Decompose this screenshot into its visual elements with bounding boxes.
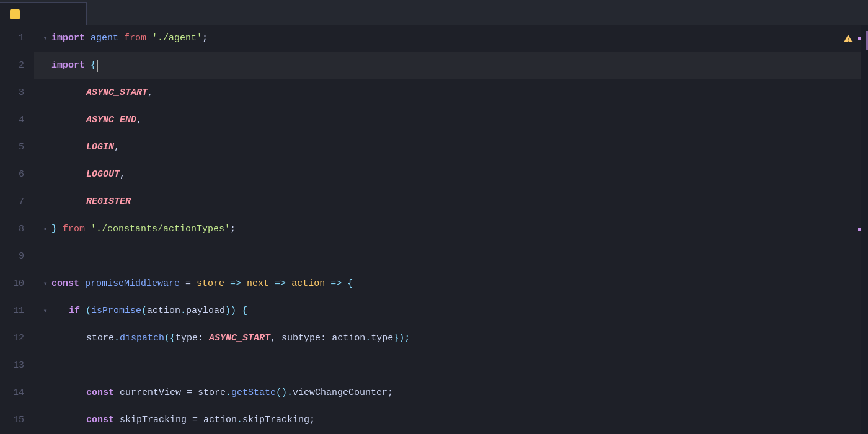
token-kw-import: import — [51, 25, 91, 52]
code-line: REGISTER — [34, 188, 868, 216]
line-number: 10 — [5, 270, 24, 298]
code-line: ▾const promiseMiddleware = store => next… — [34, 270, 868, 298]
token-plain: currentView = store — [120, 379, 226, 407]
token-punctuation: ( — [86, 298, 91, 325]
line-number: 8 — [5, 216, 24, 243]
line-number: 2 — [5, 52, 24, 79]
line-number: 11 — [5, 298, 24, 325]
code-line: LOGOUT, — [34, 161, 868, 188]
token-constant-name: LOGIN — [86, 134, 114, 161]
token-plain: viewChangeCounter; — [293, 379, 393, 407]
token-punctuation: { — [91, 52, 96, 79]
token-constant-name: LOGOUT — [86, 161, 120, 188]
fold-icon[interactable]: ▪ — [39, 216, 51, 243]
token-plain: , — [136, 107, 142, 134]
token-constant-name: ASYNC_START — [86, 79, 148, 107]
line-number: 4 — [5, 107, 24, 134]
scrollbar[interactable] — [861, 25, 868, 434]
token-punctuation: . — [365, 325, 371, 352]
code-line: ASYNC_START, — [34, 79, 868, 107]
token-plain: = — [185, 270, 197, 298]
token-plain: , — [120, 161, 125, 188]
line-number: 14 — [5, 379, 24, 407]
token-plain: skipTracking; — [242, 407, 315, 434]
token-constant-name: ASYNC_END — [86, 107, 136, 134]
token-punctuation: ({ — [164, 325, 175, 352]
token-plain: skipTracking = action — [120, 407, 237, 434]
js-file-icon — [10, 9, 20, 19]
code-line: ▾if (isPromise(action.payload)) { — [34, 298, 868, 325]
token-constant-name: ASYNC_START — [209, 325, 270, 352]
tab-bar — [0, 0, 868, 25]
token-punctuation: ( — [141, 298, 147, 325]
code-line: ASYNC_END, — [34, 107, 868, 134]
line-number: 3 — [5, 79, 24, 107]
editor-area: 123456789101112131415 ▾import agent from… — [0, 25, 868, 434]
token-plain: , subtype: action — [270, 325, 365, 352]
app-window: 123456789101112131415 ▾import agent from… — [0, 0, 868, 434]
token-punctuation: } — [51, 216, 63, 243]
fold-icon[interactable]: ▾ — [39, 25, 51, 52]
code-line: ▪} from './constants/actionTypes'; — [34, 216, 868, 243]
token-plain: ; — [202, 25, 208, 52]
scrollbar-thumb — [866, 31, 868, 50]
code-line: LOGIN, — [34, 134, 868, 161]
token-func-name: agent — [91, 25, 124, 52]
text-cursor — [97, 60, 98, 72]
active-tab[interactable] — [0, 2, 87, 25]
token-kw-const: const — [86, 407, 120, 434]
code-line — [34, 243, 868, 270]
token-plain: , — [114, 134, 120, 161]
token-kw-import: import — [51, 52, 91, 79]
token-punctuation: { — [347, 270, 353, 298]
token-string: './agent' — [152, 25, 202, 52]
token-plain: type: — [175, 325, 209, 352]
token-plain: store — [86, 325, 114, 352]
token-constant-name: REGISTER — [86, 188, 131, 216]
token-arrow: => — [330, 270, 347, 298]
line-number: 12 — [5, 325, 24, 352]
token-kw-from: from — [124, 25, 152, 52]
warning-area: ! — [843, 25, 858, 52]
code-line: ▾import agent from './agent'; — [34, 25, 868, 52]
fold-icon[interactable]: ▾ — [39, 270, 51, 298]
token-plain: , — [148, 79, 153, 107]
line-number: 9 — [5, 243, 24, 270]
token-param: next — [247, 270, 275, 298]
code-editor[interactable]: ▾import agent from './agent';import {ASY… — [34, 25, 868, 434]
token-kw-const: const — [51, 270, 85, 298]
svg-text:!: ! — [846, 37, 849, 43]
token-punctuation: . — [180, 298, 186, 325]
token-punctuation: }); — [393, 325, 410, 352]
line-numbers-gutter: 123456789101112131415 — [0, 25, 34, 434]
token-string: './constants/actionTypes' — [91, 216, 230, 243]
token-kw-if: if — [69, 298, 86, 325]
token-kw-const: const — [86, 379, 120, 407]
token-punctuation: . — [114, 325, 120, 352]
token-method: getState — [231, 379, 276, 407]
token-punctuation: )) { — [225, 298, 247, 325]
line-number: 15 — [5, 407, 24, 434]
warning-icon: ! — [843, 34, 853, 43]
code-line — [34, 352, 868, 379]
token-punctuation: . — [226, 379, 231, 407]
token-param: action — [291, 270, 330, 298]
warning-badge: ! — [843, 34, 858, 43]
line-number: 6 — [5, 161, 24, 188]
token-kw-from: from — [63, 216, 91, 243]
token-plain: ; — [230, 216, 236, 243]
code-line: const currentView = store.getState().vie… — [34, 379, 868, 407]
token-punctuation: . — [237, 407, 242, 434]
line-number: 7 — [5, 188, 24, 216]
code-line: store.dispatch({type: ASYNC_START, subty… — [34, 325, 868, 352]
code-line: import { — [34, 52, 868, 79]
token-param: store — [197, 270, 230, 298]
token-property: payload — [186, 298, 225, 325]
token-arrow: => — [275, 270, 291, 298]
code-line: const skipTracking = action.skipTracking… — [34, 407, 868, 434]
token-arrow: => — [230, 270, 247, 298]
token-func-name: isPromise — [91, 298, 141, 325]
token-method: dispatch — [120, 325, 164, 352]
fold-icon[interactable]: ▾ — [39, 298, 51, 325]
token-func-name: promiseMiddleware — [85, 270, 185, 298]
